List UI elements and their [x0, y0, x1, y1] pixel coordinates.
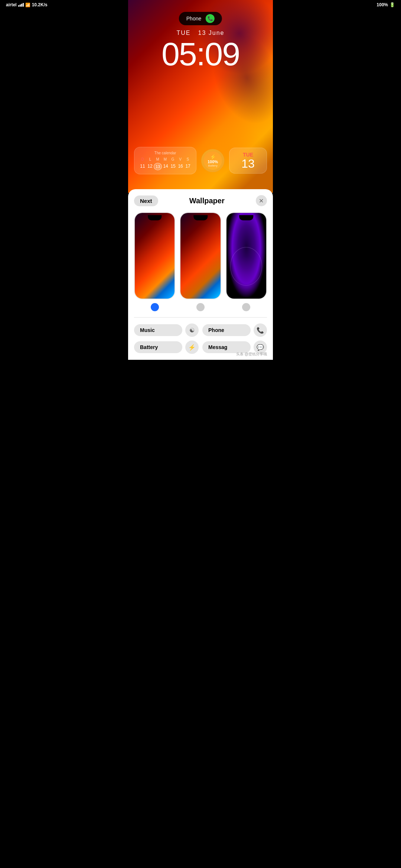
sheet-title: Wallpaper	[189, 197, 225, 205]
wallpaper-preview-3	[226, 213, 266, 299]
cal-label-l: L	[146, 157, 154, 161]
phone-notch-1	[148, 215, 162, 220]
phone-label: Phone	[202, 324, 251, 336]
phone-notch-2	[193, 215, 208, 220]
battery-shortcut-icon: ⚡	[185, 341, 199, 354]
shortcut-battery[interactable]: Battery ⚡	[134, 341, 199, 354]
lock-screen: Phone 📞 TUE 13 June 05:09 The calendar D…	[128, 0, 273, 193]
calendar-widget[interactable]: The calendar D L M M G V S 11 12 13 14 1…	[134, 147, 196, 174]
circle-decoration	[230, 247, 262, 286]
calendar-title: The calendar	[139, 151, 192, 155]
cal-label-d: D	[139, 157, 146, 161]
cal-date-11: 11	[139, 163, 146, 170]
cal-label-v: V	[176, 157, 184, 161]
music-icon: ☯	[185, 323, 199, 337]
wallpaper-item-2[interactable]	[180, 212, 221, 311]
cal-label-s: S	[184, 157, 192, 161]
bottom-sheet: Next Wallpaper ✕	[128, 189, 273, 360]
battery-bolt-icon: ⚡	[210, 154, 216, 160]
sheet-header: Next Wallpaper ✕	[134, 195, 267, 206]
wallpaper-item-3[interactable]	[226, 212, 267, 311]
phone-mockup-3	[226, 212, 267, 299]
cal-date-13: 13	[154, 163, 162, 170]
phone-notification[interactable]: Phone 📞	[179, 12, 222, 25]
shortcut-music[interactable]: Music ☯	[134, 323, 199, 337]
battery-shortcut-label: Battery	[134, 341, 182, 353]
phone-mockup-2	[180, 212, 221, 299]
battery-center: ⚡ 100% Battery	[208, 154, 218, 167]
divider	[134, 317, 267, 318]
cal-label-g: G	[169, 157, 176, 161]
status-bar: airtel 📶 10.2K/s 100% 🔋	[128, 0, 273, 9]
calendar-days-header: D L M M G V S	[139, 157, 192, 161]
battery-label: Battery	[208, 164, 217, 167]
wallpaper-item-1[interactable]	[134, 212, 175, 311]
cal-label-m2: M	[162, 157, 169, 161]
battery-widget[interactable]: ⚡ 100% Battery	[200, 148, 225, 173]
date-widget[interactable]: TUE 13	[229, 148, 267, 174]
phone-notch-3	[239, 215, 254, 220]
wallpaper-preview-1	[135, 213, 175, 299]
cal-label-m1: M	[154, 157, 162, 161]
calendar-dates: 11 12 13 14 15 16 17	[139, 163, 192, 170]
close-button[interactable]: ✕	[256, 195, 267, 206]
time-display: 05:09	[128, 38, 273, 70]
next-button[interactable]: Next	[134, 195, 158, 206]
wallpaper-dot-2[interactable]	[196, 303, 205, 311]
battery-percentage: 100%	[208, 160, 218, 164]
watermark: 头条 @壁纸分享哦	[236, 352, 267, 357]
cal-date-12: 12	[146, 163, 154, 170]
widget-day-number: 13	[241, 158, 255, 170]
cal-date-15: 15	[169, 163, 177, 170]
cal-date-17: 17	[184, 163, 192, 170]
music-label: Music	[134, 324, 182, 336]
wallpaper-dot-3[interactable]	[242, 303, 250, 311]
date-area: TUE 13 June 05:09	[128, 30, 273, 70]
phone-notif-text: Phone	[186, 16, 201, 22]
phone-call-icon: 📞	[206, 14, 215, 23]
cal-date-14: 14	[162, 163, 169, 170]
cal-date-16: 16	[177, 163, 184, 170]
wallpaper-preview-2	[180, 213, 220, 299]
app-shortcuts: Music ☯ Phone 📞 Battery ⚡ Messag 💬	[134, 323, 267, 354]
shortcut-phone[interactable]: Phone 📞	[202, 323, 267, 337]
wallpaper-dot-1[interactable]	[151, 303, 159, 311]
phone-mockup-1	[134, 212, 175, 299]
widgets-row: The calendar D L M M G V S 11 12 13 14 1…	[134, 147, 267, 174]
wallpaper-row	[134, 212, 267, 311]
phone-shortcut-icon: 📞	[254, 323, 267, 337]
